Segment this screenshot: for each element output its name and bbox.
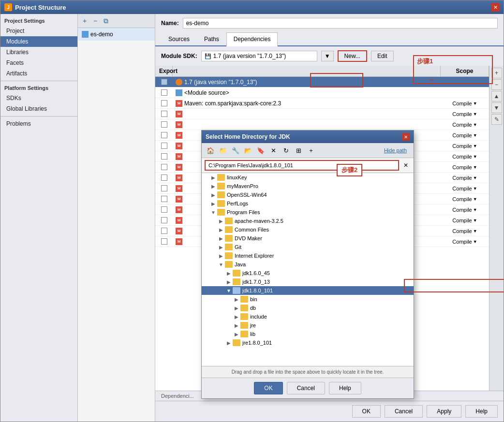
dep-check-10[interactable]	[155, 204, 173, 215]
add-module-button[interactable]: +	[80, 16, 89, 26]
tab-dependencies[interactable]: Dependencies	[226, 32, 278, 46]
tree-item-jdk16[interactable]: ▶ jdk1.6.0_45	[202, 269, 414, 277]
dep-check-12[interactable]	[155, 226, 173, 236]
dialog-close-button[interactable]: ✕	[402, 133, 410, 141]
expand-db[interactable]: ▶	[233, 306, 240, 311]
dep-check-maven-0[interactable]	[155, 98, 173, 108]
dep-check-7[interactable]	[155, 173, 173, 183]
expand-lib[interactable]: ▶	[233, 332, 240, 337]
dep-row-module-source[interactable]: <Module source>	[155, 87, 489, 98]
name-input[interactable]	[183, 18, 498, 29]
sd4[interactable]: ▼	[473, 144, 477, 148]
ok-button[interactable]: OK	[352, 405, 381, 418]
help-button[interactable]: Help	[465, 405, 498, 418]
sidebar-item-libraries[interactable]: Libraries	[0, 47, 77, 58]
expand-jdk16[interactable]: ▶	[225, 271, 233, 276]
remove-module-button[interactable]: −	[90, 16, 100, 26]
expand-bin[interactable]: ▶	[233, 297, 240, 302]
expand-java[interactable]: ▼	[217, 262, 225, 267]
dialog-folder-button[interactable]: 📁	[217, 145, 229, 156]
expand-git[interactable]: ▶	[217, 245, 225, 250]
dialog-new-folder-button[interactable]: 📂	[242, 145, 254, 156]
dep-add-button[interactable]: +	[491, 68, 502, 78]
sd13[interactable]: ▼	[473, 239, 477, 244]
sd1[interactable]: ▼	[473, 112, 477, 116]
sd6[interactable]: ▼	[473, 165, 477, 170]
tab-sources[interactable]: Sources	[161, 32, 197, 45]
sdk-select[interactable]: 💾 1.7 (java version "1.7.0_13")	[201, 51, 317, 61]
dep-check-3[interactable]	[155, 130, 173, 140]
dep-down-button[interactable]: ▼	[491, 102, 502, 113]
tree-item-dvd-maker[interactable]: ▶ DVD Maker	[202, 234, 414, 243]
hide-path-button[interactable]: Hide path	[380, 146, 411, 154]
sidebar-item-project[interactable]: Project	[0, 26, 77, 36]
dialog-refresh-button[interactable]: ↻	[280, 145, 292, 156]
sidebar-item-problems[interactable]: Problems	[0, 118, 77, 129]
tree-item-internet-explorer[interactable]: ▶ Internet Explorer	[202, 251, 414, 260]
new-sdk-button[interactable]: New...	[338, 50, 367, 62]
close-button[interactable]: ✕	[491, 3, 500, 12]
sd8[interactable]: ▼	[473, 186, 477, 191]
dep-check-9[interactable]	[155, 194, 173, 204]
sidebar-item-artifacts[interactable]: Artifacts	[0, 68, 77, 79]
sdk-dropdown-button[interactable]: ▼	[321, 51, 334, 61]
dialog-ok-button[interactable]: OK	[254, 382, 282, 394]
expand-apache[interactable]: ▶	[217, 218, 225, 224]
tree-item-jdk18[interactable]: ▼ jdk1.8.0_101	[202, 286, 414, 295]
sidebar-item-global-libs[interactable]: Global Libraries	[0, 103, 77, 114]
sd3[interactable]: ▼	[473, 133, 477, 138]
module-item-es-demo[interactable]: es-demo	[78, 28, 155, 41]
tab-paths[interactable]: Paths	[197, 32, 226, 45]
dep-row-maven-0[interactable]: M Maven: com.sparkjava:spark-core:2.3 Co…	[155, 98, 489, 109]
tree-item-bin[interactable]: ▶ bin	[202, 295, 414, 304]
sd5[interactable]: ▼	[473, 154, 477, 159]
expand-jdk17[interactable]: ▶	[225, 279, 233, 285]
dep-row-1[interactable]: MCompile ▼	[155, 109, 489, 119]
tree-item-db[interactable]: ▶ db	[202, 304, 414, 312]
dep-check-jdk[interactable]	[155, 77, 173, 87]
expand-perflogs[interactable]: ▶	[209, 201, 217, 206]
copy-module-button[interactable]: ⧉	[101, 16, 111, 26]
tree-item-java[interactable]: ▼ Java	[202, 260, 414, 269]
path-input[interactable]	[205, 160, 399, 171]
expand-openssl[interactable]: ▶	[209, 192, 217, 198]
tree-item-perflogs[interactable]: ▶ PerfLogs	[202, 199, 414, 208]
path-clear-icon[interactable]: ✕	[401, 160, 411, 170]
dep-row-2[interactable]: MCompile ▼	[155, 119, 489, 130]
cancel-button[interactable]: Cancel	[385, 405, 423, 418]
dep-check-6[interactable]	[155, 162, 173, 172]
dep-up-button[interactable]: ▲	[491, 91, 502, 102]
dep-check-1[interactable]	[155, 109, 173, 119]
tree-item-jdk17[interactable]: ▶ jdk1.7.0_13	[202, 277, 414, 286]
dep-check-2[interactable]	[155, 119, 173, 130]
tree-item-apache-maven[interactable]: ▶ apache-maven-3.2.5	[202, 217, 414, 225]
dialog-add-button[interactable]: +	[305, 145, 317, 156]
expand-include[interactable]: ▶	[233, 314, 240, 320]
tree-item-jre18[interactable]: ▶ jre1.8.0_101	[202, 338, 414, 347]
expand-program-files[interactable]: ▼	[209, 210, 217, 215]
expand-common[interactable]: ▶	[217, 227, 225, 233]
dialog-intellij-button[interactable]: 🔧	[230, 145, 241, 156]
edit-sdk-button[interactable]: Edit	[371, 51, 394, 61]
sd2[interactable]: ▼	[473, 122, 477, 127]
sd10[interactable]: ▼	[473, 207, 477, 212]
expand-mymaven[interactable]: ▶	[209, 184, 217, 189]
tree-item-jre[interactable]: ▶ jre	[202, 321, 414, 330]
dialog-bookmark-button[interactable]: 🔖	[255, 145, 267, 156]
expand-dvd[interactable]: ▶	[217, 236, 225, 241]
dep-check-5[interactable]	[155, 151, 173, 161]
sd11[interactable]: ▼	[473, 218, 477, 223]
dialog-home-button[interactable]: 🏠	[205, 145, 216, 156]
expand-jre18[interactable]: ▶	[225, 340, 233, 346]
sd9[interactable]: ▼	[473, 197, 477, 202]
sd12[interactable]: ▼	[473, 229, 477, 233]
dep-check-11[interactable]	[155, 215, 173, 225]
dialog-delete-button[interactable]: ✕	[267, 145, 279, 156]
sidebar-item-sdks[interactable]: SDKs	[0, 93, 77, 103]
dep-check-module[interactable]	[155, 87, 173, 98]
tree-item-git[interactable]: ▶ Git	[202, 243, 414, 251]
sd7[interactable]: ▼	[473, 175, 477, 180]
dep-check-13[interactable]	[155, 236, 173, 247]
dialog-cancel-button[interactable]: Cancel	[287, 382, 325, 394]
tree-item-openssl[interactable]: ▶ OpenSSL-Win64	[202, 190, 414, 199]
